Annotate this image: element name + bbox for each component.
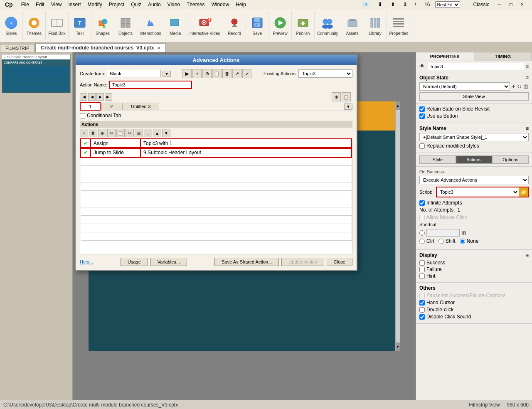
menu-modify[interactable]: Modify — [84, 1, 106, 8]
menu-audio[interactable]: Audio — [145, 1, 164, 8]
zoom-select[interactable]: Best Fit — [435, 1, 460, 8]
properties-tab[interactable]: PROPERTIES — [416, 52, 474, 61]
toolbar-text[interactable]: T Text — [69, 11, 91, 40]
tab-untitled3[interactable]: Untitled-3 — [122, 103, 159, 110]
window-min[interactable]: ─ — [494, 1, 505, 8]
failure-checkbox[interactable] — [419, 267, 425, 272]
toolbar-assets[interactable]: Assets — [341, 11, 364, 40]
menu-edit[interactable]: Edit — [32, 1, 48, 8]
style-dots[interactable]: ≡ — [526, 126, 529, 131]
nav-next[interactable]: ▶ — [96, 93, 104, 101]
table-row[interactable]: ✓ Assign Topic3 with 1 — [81, 139, 352, 148]
action-dup-btn[interactable]: ⊕ — [98, 129, 106, 137]
state-add-btn[interactable]: + — [512, 83, 515, 90]
shortcut-input[interactable] — [426, 229, 460, 237]
toolbar-community[interactable]: Community — [315, 11, 341, 40]
close-button[interactable]: Close — [327, 258, 352, 266]
actions-sub-tab[interactable]: Actions — [456, 155, 493, 164]
disable-click-checkbox[interactable] — [419, 314, 425, 320]
save-shared-button[interactable]: Save As Shared Action... — [214, 258, 279, 266]
play-btn[interactable]: ▶ — [182, 69, 192, 78]
pause-checkbox[interactable] — [419, 293, 425, 298]
paste-btn[interactable]: 📋 — [212, 69, 222, 78]
style-name-dropdown[interactable]: +[Default Smart Shape Style]_1 — [419, 133, 529, 141]
tab-dropdown[interactable]: ▼ — [344, 103, 352, 110]
action-up-btn[interactable]: ▲ — [153, 129, 161, 137]
window-close[interactable]: × — [517, 1, 527, 8]
paste-action-btn[interactable]: 📋 — [342, 92, 351, 101]
nav-prev[interactable]: ◀ — [88, 93, 96, 101]
nav-last[interactable]: ▶| — [105, 93, 112, 101]
copy-btn[interactable]: ⊕ — [202, 69, 212, 78]
object-name-dots[interactable]: ≡ — [526, 64, 529, 69]
allow-mouse-checkbox[interactable] — [419, 215, 425, 220]
export-btn[interactable]: ↙ — [242, 69, 251, 78]
copy-action-btn[interactable]: ⊕ — [332, 92, 341, 101]
nav-icon-2[interactable]: ⬇ — [374, 0, 386, 8]
menu-quiz[interactable]: Quiz — [128, 1, 145, 8]
use-as-button-checkbox[interactable] — [419, 113, 425, 119]
toolbar-themes[interactable]: Themes — [23, 11, 46, 40]
retain-state-checkbox[interactable] — [419, 106, 425, 112]
tab-filmstrip[interactable]: FILMSTRIP — [0, 44, 34, 52]
shift-radio[interactable] — [438, 239, 444, 244]
usage-button[interactable]: Usage — [121, 258, 148, 266]
state-refresh-btn[interactable]: ↻ — [517, 84, 522, 90]
toolbar-interactions[interactable]: Interactions — [137, 11, 164, 40]
action-cut-btn[interactable]: ✂ — [107, 129, 116, 137]
toolbar-interactive-video[interactable]: ! Interactive Video — [187, 11, 223, 40]
action-comma-btn[interactable]: , — [144, 129, 152, 137]
timing-tab[interactable]: TIMING — [474, 52, 532, 61]
eye-icon[interactable]: 👁 — [419, 63, 426, 70]
script-folder-btn[interactable]: 📁 — [519, 187, 528, 197]
state-view-btn[interactable]: State View — [419, 92, 529, 101]
delete-btn[interactable]: 🗑 — [222, 69, 232, 78]
action-paste-btn[interactable]: 📋 — [116, 129, 125, 137]
add-btn[interactable]: + — [192, 69, 202, 78]
hand-cursor-checkbox[interactable] — [419, 300, 425, 306]
style-sub-tab[interactable]: Style — [419, 155, 456, 164]
object-state-dots[interactable]: ≡ — [526, 75, 529, 81]
existing-actions-select[interactable]: Topic3 — [298, 69, 352, 78]
double-click-checkbox[interactable] — [419, 307, 425, 313]
conditional-tab-checkbox[interactable] — [80, 113, 85, 118]
toolbar-library[interactable]: Library — [364, 11, 387, 40]
tab-1[interactable]: 1 — [80, 102, 101, 111]
menu-project[interactable]: Project — [106, 1, 128, 8]
object-name-input[interactable] — [428, 63, 524, 70]
window-max[interactable]: □ — [506, 1, 516, 8]
infinite-attempts-checkbox[interactable] — [419, 200, 425, 206]
nav-icon-3[interactable]: ⬆ — [387, 0, 399, 8]
menu-help[interactable]: Help — [232, 1, 249, 8]
toolbar-shapes[interactable]: Shapes — [91, 11, 114, 40]
action-snip-btn[interactable]: ✂ — [126, 129, 134, 137]
none-radio[interactable] — [460, 239, 465, 244]
ctrl-radio[interactable] — [419, 239, 425, 244]
help-link[interactable]: Help... — [80, 259, 93, 264]
toolbar-fluidbox[interactable]: Fluid Box — [46, 11, 69, 40]
table-row[interactable]: ✓ Jump to Slide 9 Subtopic Header Layout — [81, 148, 352, 157]
classic-label[interactable]: Classic — [470, 1, 493, 8]
toolbar-media[interactable]: Media — [164, 11, 187, 40]
replace-modified-checkbox[interactable] — [419, 143, 425, 149]
toolbar-objects[interactable]: Objects — [114, 11, 137, 40]
menu-file[interactable]: File — [18, 1, 32, 8]
import-btn[interactable]: ↗ — [232, 69, 241, 78]
toolbar-properties[interactable]: Properties — [387, 11, 411, 40]
menu-themes[interactable]: Themes — [183, 1, 208, 8]
on-success-dropdown[interactable]: Execute Advanced Actions — [419, 176, 529, 184]
menu-insert[interactable]: Insert — [65, 1, 84, 8]
tab-file[interactable]: Create multi-module branched courses_V3.… — [35, 43, 165, 52]
action-merge-btn[interactable]: ⊞ — [135, 129, 143, 137]
tab-2[interactable]: 2 — [101, 103, 121, 110]
shortcut-radio[interactable] — [419, 230, 425, 236]
toolbar-record[interactable]: Record — [223, 11, 246, 40]
state-dropdown[interactable]: Normal (Default) — [419, 82, 510, 91]
hint-checkbox[interactable] — [419, 273, 425, 279]
filmstrip-slide-7[interactable]: 7 Subtopic Header Layout COMPARE AND CON… — [2, 54, 71, 93]
success-checkbox[interactable] — [419, 260, 425, 266]
script-dropdown[interactable]: Topic3 — [437, 188, 519, 196]
action-add-btn[interactable]: + — [80, 129, 88, 137]
nav-icon-1[interactable]: 📧 — [360, 0, 373, 8]
toolbar-publish[interactable]: Publish — [292, 11, 315, 40]
